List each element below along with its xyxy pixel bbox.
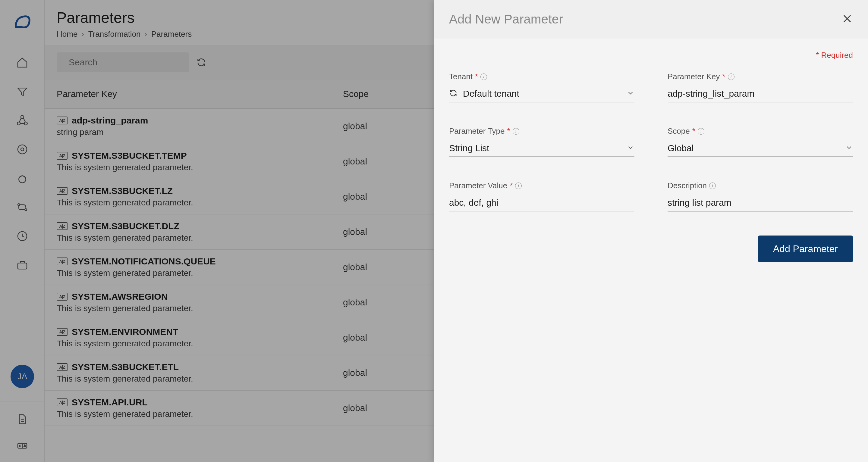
panel-form: Tenant * i Default tenant Parameter Key … — [434, 66, 868, 218]
info-icon[interactable]: i — [698, 128, 704, 135]
description-input[interactable] — [668, 195, 853, 211]
chevron-down-icon — [627, 144, 634, 153]
close-icon[interactable] — [841, 13, 853, 26]
label-scope: Scope — [668, 127, 690, 136]
field-tenant: Tenant * i Default tenant — [449, 72, 634, 102]
required-note: * Required — [434, 38, 868, 66]
field-scope: Scope * i Global — [668, 127, 853, 157]
panel-footer: Add Parameter — [434, 218, 868, 280]
parameter-type-select[interactable]: String List — [449, 140, 634, 157]
required-mark: * — [507, 127, 510, 136]
chevron-down-icon — [627, 89, 634, 98]
field-parameter-value: Parameter Value * i — [449, 181, 634, 211]
refresh-icon — [449, 89, 458, 98]
parameter-value-input[interactable] — [449, 195, 634, 211]
required-mark: * — [475, 72, 478, 81]
scope-value: Global — [668, 143, 845, 153]
info-icon[interactable]: i — [515, 183, 522, 189]
label-description: Description — [668, 181, 707, 190]
info-icon[interactable]: i — [709, 183, 716, 189]
info-icon[interactable]: i — [513, 128, 519, 135]
scope-select[interactable]: Global — [668, 140, 853, 157]
parameter-type-value: String List — [449, 143, 627, 153]
label-parameter-type: Parameter Type — [449, 127, 505, 136]
chevron-down-icon — [845, 144, 853, 153]
label-parameter-value: Parameter Value — [449, 181, 507, 190]
label-parameter-key: Parameter Key — [668, 72, 720, 81]
tenant-select[interactable]: Default tenant — [449, 86, 634, 102]
field-parameter-key: Parameter Key * i — [668, 72, 853, 102]
required-mark: * — [692, 127, 695, 136]
label-tenant: Tenant — [449, 72, 472, 81]
required-mark: * — [510, 181, 513, 190]
panel-header: Add New Parameter — [434, 0, 868, 38]
add-parameter-panel: Add New Parameter * Required Tenant * i … — [434, 0, 868, 462]
info-icon[interactable]: i — [728, 73, 735, 80]
info-icon[interactable]: i — [480, 73, 487, 80]
required-mark: * — [722, 72, 725, 81]
add-parameter-button[interactable]: Add Parameter — [758, 235, 853, 262]
panel-title: Add New Parameter — [449, 12, 563, 27]
field-parameter-type: Parameter Type * i String List — [449, 127, 634, 157]
tenant-value: Default tenant — [463, 89, 627, 99]
parameter-key-input[interactable] — [668, 86, 853, 102]
field-description: Description i — [668, 181, 853, 211]
